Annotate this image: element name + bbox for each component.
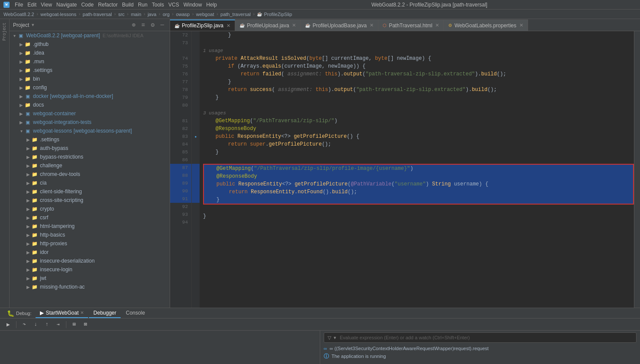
debug-step-out-btn[interactable]: ↑: [42, 320, 52, 329]
right-scrollbar[interactable]: [634, 31, 640, 308]
tree-item-integration[interactable]: ▶ ▣ webgoat-integration-tests: [10, 118, 170, 127]
tree-item-insecure-login[interactable]: ▶ 📁 insecure-login: [10, 265, 170, 274]
evaluate-input[interactable]: ▽ ▾ Evaluate expression (Enter) or add a…: [324, 332, 637, 343]
infinity-icon: ∞: [324, 346, 327, 351]
tree-item-docs[interactable]: ▶ 📁 docs: [10, 101, 170, 109]
tree-item-cia[interactable]: ▶ 📁 cia: [10, 179, 170, 187]
code-line-94: [203, 220, 634, 228]
tree-item-deser[interactable]: ▶ 📁 insecure-deserialization: [10, 257, 170, 265]
tree-label: cia: [40, 180, 46, 186]
collapse-all-btn[interactable]: ≡: [139, 21, 147, 29]
folder-icon: 📁: [31, 162, 38, 169]
tree-item-auth-bypass[interactable]: ▶ 📁 auth-bypass: [10, 144, 170, 153]
tree-item-jwt[interactable]: ▶ 📁 jwt: [10, 274, 170, 283]
tree-item-idea[interactable]: ▶ 📁 .idea: [10, 49, 170, 57]
breadcrumb-org[interactable]: org: [163, 12, 170, 17]
debug-run-cursor-btn[interactable]: ⇥: [53, 320, 63, 329]
menu-file[interactable]: File: [15, 2, 23, 8]
tree-item-idor[interactable]: ▶ 📁 idor: [10, 248, 170, 257]
tab-profileupload[interactable]: ☕ ProfileUpload.java ✕: [235, 20, 301, 31]
tree-item-docker[interactable]: ▶ ▣ docker [webgoat-all-in-one-docker]: [10, 92, 170, 101]
breadcrumb-lessons[interactable]: webgoat-lessons: [40, 12, 76, 17]
tab-profilezipslip[interactable]: ☕ ProfileZipSlip.java ✕: [170, 20, 235, 31]
tree-item-lessons[interactable]: ▾ ▣ webgoat-lessons [webgoat-lessons-par…: [10, 127, 170, 135]
breadcrumb-webgoat[interactable]: webgoat: [196, 12, 214, 17]
tree-item-container[interactable]: ▶ ▣ webgoat-container: [10, 109, 170, 118]
tree-item-csrf[interactable]: ▶ 📁 csrf: [10, 213, 170, 222]
menu-navigate[interactable]: Navigate: [56, 2, 77, 8]
debug-mute-btn[interactable]: ⊠: [81, 320, 90, 329]
code-line-86: [203, 156, 634, 164]
tree-item-settings[interactable]: ▶ 📁 .settings: [10, 66, 170, 75]
gutter-92: [192, 203, 200, 211]
breadcrumb-owasp[interactable]: owasp: [176, 12, 190, 17]
line-num-79: 79: [170, 94, 191, 101]
tree-item-client-filter[interactable]: ▶ 📁 client-side-filtering: [10, 187, 170, 196]
breadcrumb-java[interactable]: java: [148, 12, 156, 17]
menu-build[interactable]: Build: [122, 2, 134, 8]
menu-run[interactable]: Run: [138, 2, 148, 8]
folder-icon: 📁: [31, 154, 38, 160]
filter-icon: ▽: [328, 335, 331, 341]
tree-root[interactable]: ▾ ▣ WebGoat8.2.2 [webgoat-parent] E:\sof…: [10, 31, 170, 40]
line-num-usage1: [170, 47, 191, 55]
tab-profileuploadbase[interactable]: ☕ ProfileUploadBase.java ✕: [301, 20, 378, 31]
tab-pathtraversal[interactable]: ⬡ PathTraversal.html ✕: [378, 20, 444, 31]
menu-window[interactable]: Window: [184, 2, 202, 8]
tree-item-missing-func[interactable]: ▶ 📁 missing-function-ac: [10, 283, 170, 291]
debug-session-close[interactable]: ✕: [80, 310, 84, 315]
debug-session-tab[interactable]: ▶ StartWebGoat ✕: [36, 309, 88, 318]
menu-refactor[interactable]: Refactor: [98, 2, 118, 8]
tree-item-challenge[interactable]: ▶ 📁 challenge: [10, 161, 170, 170]
breadcrumb-main[interactable]: main: [131, 12, 141, 17]
gutter-usage1: [192, 47, 200, 55]
debug-view-break-btn[interactable]: ⊞: [69, 320, 79, 329]
tab-close-btn[interactable]: ✕: [226, 23, 230, 29]
tab-webgoatlabels[interactable]: ⚙ WebGoatLabels.properties ✕: [444, 20, 528, 31]
menu-tools[interactable]: Tools: [152, 2, 164, 8]
settings-btn[interactable]: ⚙: [149, 21, 157, 29]
tree-arrow: ▶: [18, 58, 24, 65]
folder-icon: 📁: [24, 50, 31, 56]
tree-item-http-basics[interactable]: ▶ 📁 http-basics: [10, 231, 170, 239]
project-sidebar-label[interactable]: Project: [1, 21, 8, 42]
debug-resume-btn[interactable]: ▶: [3, 320, 13, 329]
breadcrumb-src[interactable]: src: [118, 12, 125, 17]
minimize-btn[interactable]: ─: [158, 21, 166, 29]
tree-root-label: WebGoat8.2.2 [webgoat-parent]: [26, 32, 100, 39]
menu-code[interactable]: Code: [81, 2, 94, 8]
tree-item-bin[interactable]: ▶ 📁 bin: [10, 75, 170, 83]
menu-view[interactable]: View: [41, 2, 52, 8]
tree-item-mvn[interactable]: ▶ 📁 .mvn: [10, 57, 170, 66]
menu-edit[interactable]: Edit: [27, 2, 36, 8]
menu-help[interactable]: Help: [206, 2, 217, 8]
tab-close-btn[interactable]: ✕: [292, 23, 296, 28]
project-tree[interactable]: ▾ ▣ WebGoat8.2.2 [webgoat-parent] E:\sof…: [10, 31, 170, 308]
breadcrumb-project[interactable]: WebGoat8.2.2: [3, 12, 34, 17]
gutter: ●: [192, 31, 200, 308]
breadcrumb-path-traversal[interactable]: path-traversal: [83, 12, 112, 17]
tree-item-crypto[interactable]: ▶ 📁 crypto: [10, 205, 170, 213]
tree-item-xss[interactable]: ▶ 📁 cross-site-scripting: [10, 196, 170, 205]
locate-file-btn[interactable]: ⊕: [130, 21, 138, 29]
tab-close-btn[interactable]: ✕: [370, 23, 374, 28]
tab-close-btn[interactable]: ✕: [519, 23, 523, 28]
tree-item-html-tamper[interactable]: ▶ 📁 html-tampering: [10, 222, 170, 231]
tree-item-bypass-restrictions[interactable]: ▶ 📁 bypass-restrictions: [10, 153, 170, 161]
breadcrumb-path-traversal2[interactable]: path_traversal: [220, 12, 251, 17]
tab-console[interactable]: Console: [121, 309, 149, 318]
tree-item-github[interactable]: ▶ 📁 .github: [10, 40, 170, 49]
tree-item-http-proxies[interactable]: ▶ 📁 http-proxies: [10, 239, 170, 248]
debug-step-over-btn[interactable]: ↷: [20, 320, 29, 329]
tree-item-config[interactable]: ▶ 📁 config: [10, 83, 170, 92]
tree-item-chrome[interactable]: ▶ 📁 chrome-dev-tools: [10, 170, 170, 179]
debug-step-into-btn[interactable]: ↓: [31, 320, 40, 329]
tab-debugger[interactable]: Debugger: [89, 309, 121, 318]
menu-vcs[interactable]: VCS: [168, 2, 179, 8]
code-content[interactable]: } 1 usage private AttackResult isSolved(…: [200, 31, 634, 308]
tree-label: .github: [33, 41, 49, 47]
menu-bar[interactable]: File Edit View Navigate Code Refactor Bu…: [15, 2, 217, 8]
line-num-92: 92: [170, 203, 191, 211]
tree-item-settings2[interactable]: ▶ 📁 .settings: [10, 135, 170, 144]
tab-close-btn[interactable]: ✕: [435, 23, 439, 28]
